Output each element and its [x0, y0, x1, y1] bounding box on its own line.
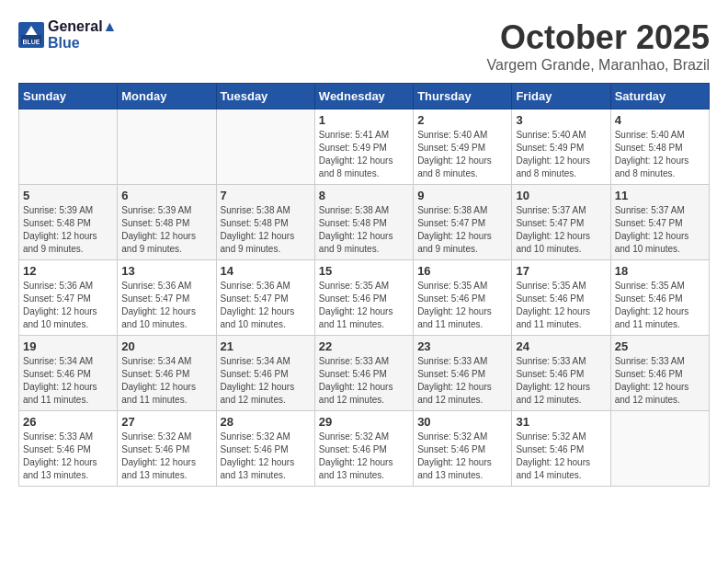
day-info: Sunrise: 5:36 AMSunset: 5:47 PMDaylight:…	[121, 280, 211, 331]
day-info: Sunrise: 5:32 AMSunset: 5:46 PMDaylight:…	[417, 431, 507, 482]
calendar-cell: 10 Sunrise: 5:37 AMSunset: 5:47 PMDaylig…	[512, 185, 610, 260]
day-number: 17	[516, 264, 606, 278]
day-number: 2	[417, 113, 507, 127]
day-of-week-header: Sunday	[19, 84, 118, 109]
day-number: 18	[615, 264, 705, 278]
day-info: Sunrise: 5:36 AMSunset: 5:47 PMDaylight:…	[221, 280, 311, 331]
day-info: Sunrise: 5:41 AMSunset: 5:49 PMDaylight:…	[319, 129, 409, 180]
day-number: 31	[516, 415, 606, 429]
calendar-cell: 3 Sunrise: 5:40 AMSunset: 5:49 PMDayligh…	[512, 109, 610, 185]
day-info: Sunrise: 5:38 AMSunset: 5:48 PMDaylight:…	[319, 204, 409, 256]
calendar-cell: 24 Sunrise: 5:33 AMSunset: 5:46 PMDaylig…	[512, 336, 610, 411]
calendar-cell: 5 Sunrise: 5:39 AMSunset: 5:48 PMDayligh…	[19, 185, 118, 260]
calendar-cell: 26 Sunrise: 5:33 AMSunset: 5:46 PMDaylig…	[19, 411, 118, 487]
day-number: 7	[221, 189, 311, 202]
day-number: 3	[516, 113, 606, 127]
day-info: Sunrise: 5:37 AMSunset: 5:47 PMDaylight:…	[516, 204, 606, 256]
day-number: 14	[221, 264, 311, 278]
day-info: Sunrise: 5:34 AMSunset: 5:46 PMDaylight:…	[221, 355, 311, 407]
day-info: Sunrise: 5:34 AMSunset: 5:46 PMDaylight:…	[23, 355, 113, 407]
calendar-cell: 30 Sunrise: 5:32 AMSunset: 5:46 PMDaylig…	[414, 411, 512, 487]
day-number: 1	[319, 113, 409, 127]
calendar-cell: 17 Sunrise: 5:35 AMSunset: 5:46 PMDaylig…	[512, 260, 610, 336]
calendar-cell: 15 Sunrise: 5:35 AMSunset: 5:46 PMDaylig…	[314, 260, 413, 336]
day-info: Sunrise: 5:33 AMSunset: 5:46 PMDaylight:…	[23, 431, 113, 482]
day-info: Sunrise: 5:40 AMSunset: 5:48 PMDaylight:…	[615, 129, 705, 180]
logo-text: General▲ Blue	[48, 18, 117, 52]
day-info: Sunrise: 5:32 AMSunset: 5:46 PMDaylight:…	[121, 431, 211, 482]
day-info: Sunrise: 5:32 AMSunset: 5:46 PMDaylight:…	[319, 431, 409, 482]
logo: BLUE General▲ Blue	[18, 18, 117, 52]
calendar-cell: 27 Sunrise: 5:32 AMSunset: 5:46 PMDaylig…	[118, 411, 216, 487]
day-number: 21	[221, 339, 311, 353]
calendar-table: SundayMondayTuesdayWednesdayThursdayFrid…	[18, 83, 710, 487]
calendar-week-row: 26 Sunrise: 5:33 AMSunset: 5:46 PMDaylig…	[19, 411, 710, 487]
calendar-cell: 11 Sunrise: 5:37 AMSunset: 5:47 PMDaylig…	[610, 185, 709, 260]
day-number: 11	[615, 189, 705, 202]
day-info: Sunrise: 5:34 AMSunset: 5:46 PMDaylight:…	[121, 355, 211, 407]
day-info: Sunrise: 5:36 AMSunset: 5:47 PMDaylight:…	[23, 280, 113, 331]
day-info: Sunrise: 5:33 AMSunset: 5:46 PMDaylight:…	[516, 355, 606, 407]
day-info: Sunrise: 5:35 AMSunset: 5:46 PMDaylight:…	[516, 280, 606, 331]
day-of-week-header: Thursday	[414, 84, 512, 109]
day-number: 5	[23, 189, 113, 202]
calendar-week-row: 5 Sunrise: 5:39 AMSunset: 5:48 PMDayligh…	[19, 185, 710, 260]
calendar-cell	[216, 109, 314, 185]
day-of-week-header: Tuesday	[216, 84, 314, 109]
calendar-cell: 18 Sunrise: 5:35 AMSunset: 5:46 PMDaylig…	[610, 260, 709, 336]
day-number: 25	[615, 339, 705, 353]
month-title: October 2025	[487, 18, 710, 57]
calendar-cell	[118, 109, 216, 185]
day-number: 15	[319, 264, 409, 278]
page-header: BLUE General▲ Blue October 2025 Vargem G…	[18, 18, 710, 74]
day-of-week-header: Friday	[512, 84, 610, 109]
calendar-cell: 19 Sunrise: 5:34 AMSunset: 5:46 PMDaylig…	[19, 336, 118, 411]
calendar-cell: 7 Sunrise: 5:38 AMSunset: 5:48 PMDayligh…	[216, 185, 314, 260]
day-info: Sunrise: 5:38 AMSunset: 5:48 PMDaylight:…	[221, 204, 311, 256]
day-info: Sunrise: 5:32 AMSunset: 5:46 PMDaylight:…	[516, 431, 606, 482]
day-number: 16	[417, 264, 507, 278]
day-number: 23	[417, 339, 507, 353]
day-info: Sunrise: 5:33 AMSunset: 5:46 PMDaylight:…	[615, 355, 705, 407]
day-number: 22	[319, 339, 409, 353]
day-info: Sunrise: 5:32 AMSunset: 5:46 PMDaylight:…	[221, 431, 311, 482]
day-number: 20	[121, 339, 211, 353]
logo-icon: BLUE	[18, 22, 44, 48]
day-number: 4	[615, 113, 705, 127]
calendar-cell: 31 Sunrise: 5:32 AMSunset: 5:46 PMDaylig…	[512, 411, 610, 487]
day-number: 26	[23, 415, 113, 429]
calendar-cell	[610, 411, 709, 487]
calendar-cell: 8 Sunrise: 5:38 AMSunset: 5:48 PMDayligh…	[314, 185, 413, 260]
day-info: Sunrise: 5:37 AMSunset: 5:47 PMDaylight:…	[615, 204, 705, 256]
day-of-week-header: Monday	[118, 84, 216, 109]
calendar-cell: 28 Sunrise: 5:32 AMSunset: 5:46 PMDaylig…	[216, 411, 314, 487]
calendar-week-row: 19 Sunrise: 5:34 AMSunset: 5:46 PMDaylig…	[19, 336, 710, 411]
calendar-header-row: SundayMondayTuesdayWednesdayThursdayFrid…	[19, 84, 710, 109]
day-info: Sunrise: 5:39 AMSunset: 5:48 PMDaylight:…	[23, 204, 113, 256]
day-info: Sunrise: 5:39 AMSunset: 5:48 PMDaylight:…	[121, 204, 211, 256]
day-number: 19	[23, 339, 113, 353]
day-info: Sunrise: 5:35 AMSunset: 5:46 PMDaylight:…	[319, 280, 409, 331]
day-number: 9	[417, 189, 507, 202]
calendar-week-row: 1 Sunrise: 5:41 AMSunset: 5:49 PMDayligh…	[19, 109, 710, 185]
day-number: 12	[23, 264, 113, 278]
calendar-cell: 12 Sunrise: 5:36 AMSunset: 5:47 PMDaylig…	[19, 260, 118, 336]
day-info: Sunrise: 5:40 AMSunset: 5:49 PMDaylight:…	[516, 129, 606, 180]
day-of-week-header: Saturday	[610, 84, 709, 109]
day-number: 8	[319, 189, 409, 202]
calendar-cell: 25 Sunrise: 5:33 AMSunset: 5:46 PMDaylig…	[610, 336, 709, 411]
day-number: 6	[121, 189, 211, 202]
calendar-cell: 13 Sunrise: 5:36 AMSunset: 5:47 PMDaylig…	[118, 260, 216, 336]
day-info: Sunrise: 5:33 AMSunset: 5:46 PMDaylight:…	[319, 355, 409, 407]
calendar-cell: 1 Sunrise: 5:41 AMSunset: 5:49 PMDayligh…	[314, 109, 413, 185]
calendar-body: 1 Sunrise: 5:41 AMSunset: 5:49 PMDayligh…	[19, 109, 710, 487]
day-info: Sunrise: 5:33 AMSunset: 5:46 PMDaylight:…	[417, 355, 507, 407]
day-number: 13	[121, 264, 211, 278]
calendar-cell	[19, 109, 118, 185]
day-number: 27	[121, 415, 211, 429]
calendar-cell: 4 Sunrise: 5:40 AMSunset: 5:48 PMDayligh…	[610, 109, 709, 185]
calendar-cell: 21 Sunrise: 5:34 AMSunset: 5:46 PMDaylig…	[216, 336, 314, 411]
calendar-cell: 20 Sunrise: 5:34 AMSunset: 5:46 PMDaylig…	[118, 336, 216, 411]
day-number: 10	[516, 189, 606, 202]
calendar-cell: 14 Sunrise: 5:36 AMSunset: 5:47 PMDaylig…	[216, 260, 314, 336]
